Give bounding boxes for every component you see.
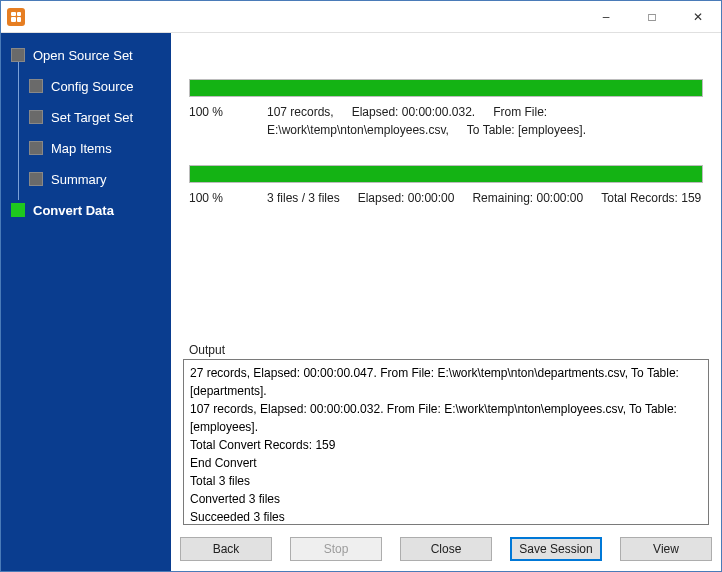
file-records: 107 records, xyxy=(267,105,334,119)
total-elapsed: Elapsed: 00:00:00 xyxy=(358,189,455,207)
step-label: Map Items xyxy=(51,141,112,156)
file-progress-block: 100 % 107 records, Elapsed: 00:00:00.032… xyxy=(189,79,703,139)
file-from-label: From File: xyxy=(493,103,547,121)
total-progress-percent: 100 % xyxy=(189,189,249,207)
step-label: Convert Data xyxy=(33,203,114,218)
output-line: 107 records, Elapsed: 00:00:00.032. From… xyxy=(190,400,702,436)
stop-button: Stop xyxy=(290,537,382,561)
wizard-step-map-items[interactable]: Map Items xyxy=(7,136,167,160)
step-box-icon xyxy=(11,203,25,217)
total-progress-block: 100 % 3 files / 3 files Elapsed: 00:00:0… xyxy=(189,165,703,207)
close-button[interactable]: Close xyxy=(400,537,492,561)
file-to: To Table: [employees]. xyxy=(467,121,586,139)
step-label: Set Target Set xyxy=(51,110,133,125)
back-button[interactable]: Back xyxy=(180,537,272,561)
wizard-step-convert-data[interactable]: Convert Data xyxy=(7,198,167,222)
save-session-button[interactable]: Save Session xyxy=(510,537,602,561)
output-line: Converted 3 files xyxy=(190,490,702,508)
output-line: End Convert xyxy=(190,454,702,472)
button-row: Back Stop Close Save Session View xyxy=(175,531,717,563)
step-label: Open Source Set xyxy=(33,48,133,63)
titlebar: – □ ✕ xyxy=(1,1,721,33)
main-panel: 100 % 107 records, Elapsed: 00:00:00.032… xyxy=(171,33,721,571)
output-label: Output xyxy=(189,343,717,357)
step-box-icon xyxy=(29,79,43,93)
step-box-icon xyxy=(11,48,25,62)
wizard-step-set-target-set[interactable]: Set Target Set xyxy=(7,105,167,129)
output-line: Succeeded 3 files xyxy=(190,508,702,525)
wizard-step-config-source[interactable]: Config Source xyxy=(7,74,167,98)
total-remaining: Remaining: 00:00:00 xyxy=(472,189,583,207)
total-records: Total Records: 159 xyxy=(601,189,701,207)
app-icon xyxy=(7,8,25,26)
output-line: Total 3 files xyxy=(190,472,702,490)
wizard-step-open-source-set[interactable]: Open Source Set xyxy=(7,43,167,67)
wizard-step-summary[interactable]: Summary xyxy=(7,167,167,191)
step-box-icon xyxy=(29,172,43,186)
file-progress-bar xyxy=(189,79,703,97)
minimize-button[interactable]: – xyxy=(583,1,629,33)
file-from-value: E:\work\temp\nton\employees.csv, xyxy=(267,121,449,139)
file-progress-percent: 100 % xyxy=(189,103,249,121)
output-line: Total Convert Records: 159 xyxy=(190,436,702,454)
total-files: 3 files / 3 files xyxy=(267,189,340,207)
output-line: 27 records, Elapsed: 00:00:00.047. From … xyxy=(190,364,702,400)
total-progress-bar xyxy=(189,165,703,183)
view-button[interactable]: View xyxy=(620,537,712,561)
maximize-button[interactable]: □ xyxy=(629,1,675,33)
output-textarea[interactable]: 27 records, Elapsed: 00:00:00.047. From … xyxy=(183,359,709,525)
step-box-icon xyxy=(29,141,43,155)
step-box-icon xyxy=(29,110,43,124)
step-label: Summary xyxy=(51,172,107,187)
step-label: Config Source xyxy=(51,79,133,94)
close-window-button[interactable]: ✕ xyxy=(675,1,721,33)
wizard-sidebar: Open Source SetConfig SourceSet Target S… xyxy=(1,33,171,571)
file-elapsed: Elapsed: 00:00:00.032. xyxy=(352,103,475,121)
